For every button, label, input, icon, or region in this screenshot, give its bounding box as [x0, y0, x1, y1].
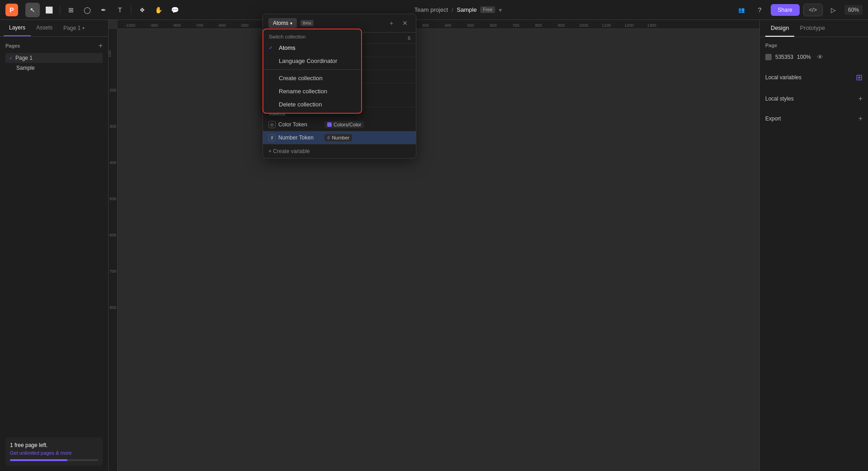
component-tool[interactable]: ❖ [135, 3, 149, 17]
free-bar [10, 459, 98, 461]
upgrade-link[interactable]: Get unlimited pages & more [10, 450, 72, 456]
variable-value: Colors/Color [324, 121, 397, 128]
variable-row-number-token[interactable]: # Number Token # Number [263, 131, 416, 144]
ruler-v-mark: 500 [110, 197, 116, 201]
tab-design[interactable]: Design [765, 20, 794, 37]
col-count: 6 [397, 35, 410, 41]
ruler-mark: 700 [505, 23, 527, 28]
collection-dropdown: Switch collection ✓ Atoms Language Coord… [262, 29, 362, 114]
switch-collection-label: Switch collection [263, 31, 361, 41]
ruler-mark: 400 [437, 23, 459, 28]
variable-row-color-token[interactable]: ◎ Color Token Colors/Color [263, 118, 416, 131]
page-item-page1[interactable]: ✓ Page 1 [5, 53, 103, 63]
dropdown-item-create-collection[interactable]: Create collection [263, 72, 361, 85]
page-color-value: 535353 [775, 54, 793, 60]
export-row: Export + [765, 112, 863, 125]
tab-layers[interactable]: Layers [4, 20, 31, 36]
canvas-area[interactable]: -1000 -900 -800 -700 -600 -500 -400 -300… [109, 20, 759, 471]
ruler-v-mark: 700 [110, 269, 116, 274]
close-button[interactable]: ✕ [400, 18, 410, 29]
local-variables-icon-button[interactable]: ⊞ [856, 72, 863, 82]
number-token-type-icon: # [268, 134, 276, 141]
export-label: Export [765, 115, 781, 122]
shape-tool[interactable]: ◯ [80, 3, 95, 17]
ruler-mark: -900 [143, 23, 165, 28]
ruler-horizontal: -1000 -900 -800 -700 -600 -500 -400 -300… [118, 20, 759, 29]
ruler-mark: 300 [414, 23, 437, 28]
create-variable-button[interactable]: + Create variable [263, 144, 416, 158]
tab-prototype[interactable]: Prototype [794, 20, 830, 37]
local-variables-label: Local variables [765, 74, 801, 81]
add-variable-header-button[interactable]: + [386, 18, 397, 29]
local-styles-row: Local styles + [765, 92, 863, 105]
ruler-mark: -700 [188, 23, 210, 28]
free-badge: Free [480, 6, 495, 13]
toolbar-center: Team project / Sample Free ▾ [186, 6, 731, 14]
tab-assets[interactable]: Assets [31, 20, 58, 36]
app-logo[interactable]: P [5, 4, 18, 16]
chevron-down-icon[interactable]: ▾ [499, 6, 502, 14]
chevron-down-icon: ▾ [290, 21, 292, 26]
check-icon: ✓ [269, 45, 275, 51]
tool-divider-2 [131, 5, 131, 14]
dropdown-item-label: Language Coordinator [279, 58, 337, 64]
local-variables-section: Local variables ⊞ [765, 70, 863, 85]
collection-name: Atoms [273, 20, 288, 26]
multiplayer-icon[interactable]: 👥 [734, 3, 749, 17]
variable-name: Number Token [278, 135, 324, 141]
add-local-style-button[interactable]: + [858, 95, 863, 102]
ruler-v-mark: 800 [110, 305, 116, 310]
text-tool[interactable]: T [113, 3, 127, 17]
page-item-sample[interactable]: Sample [5, 63, 103, 73]
chevron-down-icon: ▾ [82, 26, 85, 30]
ruler-mark: -800 [165, 23, 188, 28]
dropdown-item-atoms[interactable]: ✓ Atoms [263, 41, 361, 54]
hand-tool[interactable]: ✋ [151, 3, 166, 17]
zoom-level[interactable]: 60% [844, 5, 863, 15]
dropdown-item-delete-collection[interactable]: Delete collection [263, 98, 361, 111]
ruler-v-mark: 600 [110, 233, 116, 237]
dropdown-item-label: Rename collection [279, 88, 327, 95]
eye-icon[interactable]: 👁 [815, 52, 825, 62]
region-tool[interactable]: ⊞ [64, 3, 78, 17]
ruler-mark: -500 [233, 23, 256, 28]
page-item-label: Sample [16, 65, 35, 71]
collection-button[interactable]: Atoms ▾ [268, 18, 297, 28]
ruler-mark: 1100 [595, 23, 618, 28]
color-token-type-icon: ◎ [268, 121, 276, 128]
move-tool[interactable]: ↖ [25, 3, 40, 17]
add-export-button[interactable]: + [858, 115, 863, 122]
share-button[interactable]: Share [771, 4, 800, 16]
add-page-button[interactable]: + [99, 42, 103, 49]
ruler-mark: 600 [482, 23, 505, 28]
comment-tool[interactable]: 💬 [167, 3, 182, 17]
ruler-mark: 500 [459, 23, 482, 28]
file-name[interactable]: Sample [457, 6, 477, 13]
help-icon[interactable]: ? [753, 3, 767, 17]
free-bar-fill [10, 459, 67, 461]
frame-tool[interactable]: ⬜ [42, 3, 56, 17]
check-icon: ✓ [9, 56, 13, 61]
tool-group: ↖ ⬜ ⊞ ◯ ✒ T ❖ ✋ 💬 [25, 3, 182, 17]
right-panel-tabs: Design Prototype [760, 20, 868, 37]
project-name: Team project [415, 6, 448, 13]
page-color-swatch[interactable] [765, 54, 772, 60]
local-styles-label: Local styles [765, 96, 794, 102]
ruler-v-mark: 100 [109, 50, 112, 57]
project-separator: / [452, 7, 453, 13]
vp-header-icons: + ✕ [386, 18, 410, 29]
token-color-dot [327, 122, 332, 127]
create-variable-label: + Create variable [268, 148, 310, 154]
dropdown-item-rename-collection[interactable]: Rename collection [263, 85, 361, 98]
ruler-mark: 900 [550, 23, 572, 28]
present-icon[interactable]: ▷ [826, 3, 841, 17]
dropdown-item-language-coordinator[interactable]: Language Coordinator [263, 54, 361, 67]
ruler-mark: 1300 [640, 23, 663, 28]
dropdown-item-label: Create collection [279, 75, 323, 82]
pen-tool[interactable]: ✒ [96, 3, 111, 17]
code-button[interactable]: </> [803, 4, 823, 16]
toolbar: P ↖ ⬜ ⊞ ◯ ✒ T ❖ ✋ 💬 Team project / Sampl… [0, 0, 868, 20]
variable-value: # Number [324, 134, 397, 141]
tab-page[interactable]: Page 1 ▾ [58, 20, 90, 36]
toolbar-right: 👥 ? Share </> ▷ 60% [734, 3, 863, 17]
